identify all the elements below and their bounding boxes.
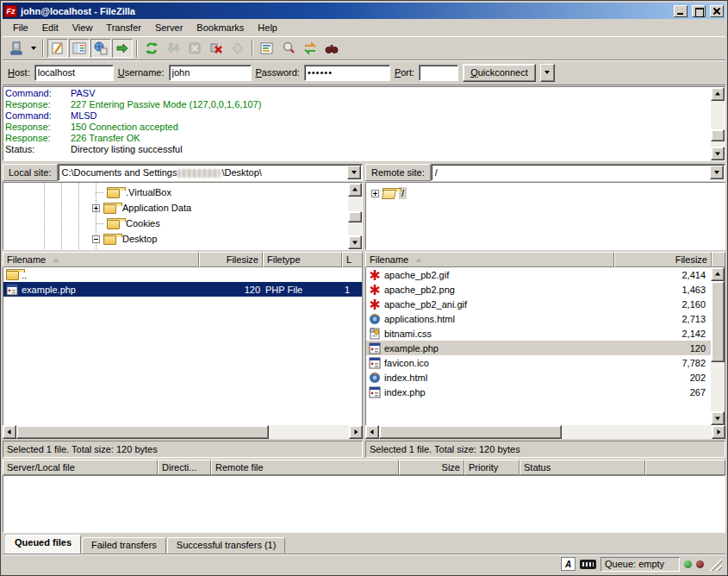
log-vertical-scrollbar[interactable] [711,87,725,160]
expand-plus-icon[interactable] [371,190,379,197]
file-row[interactable]: applications.html 2,713 [366,311,711,326]
sort-ascending-icon [415,254,422,262]
queue-list[interactable] [3,475,725,533]
scroll-up-button[interactable] [711,87,725,101]
local-path-combobox[interactable]: C:\Documents and Settings\Desktop\ [58,164,363,181]
column-last-modified[interactable]: L [342,252,363,267]
remote-horizontal-scrollbar[interactable] [365,425,725,439]
process-queue-button[interactable] [163,39,184,58]
file-row-example-php[interactable]: example.php 120 PHP File 1 [3,282,362,297]
disconnect-button[interactable] [206,39,227,58]
file-row[interactable]: apache_pb2_ani.gif 2,160 [366,297,711,311]
scroll-left-button[interactable] [3,425,16,439]
scroll-right-button[interactable] [349,425,363,439]
file-row[interactable]: apache_pb2.gif 2,414 [366,267,711,282]
column-status[interactable]: Status [520,460,645,475]
expand-plus-icon[interactable] [92,204,100,212]
tree-item-root[interactable]: / [366,185,725,201]
scrollbar-thumb[interactable] [16,425,269,439]
scrollbar-thumb[interactable] [379,425,562,439]
scroll-down-button[interactable] [711,147,725,160]
tab-successful-transfers[interactable]: Successful transfers (1) [167,537,286,554]
tab-queued-files[interactable]: Queued files [5,535,81,554]
host-label: Host: [8,67,30,78]
password-input[interactable] [304,65,390,81]
scroll-down-button[interactable] [711,411,725,425]
port-input[interactable] [419,65,458,81]
toggle-local-tree-button[interactable] [69,39,90,58]
title-bar[interactable]: Fz john@localhost - FileZilla [3,3,725,19]
host-input[interactable] [34,65,114,81]
reconnect-button[interactable] [227,39,248,58]
scrollbar-thumb[interactable] [711,129,725,141]
tree-item-application-data[interactable]: Application Data [3,200,348,216]
column-size[interactable]: Size [399,460,464,475]
scrollbar-thumb[interactable] [348,211,362,222]
file-row-selected[interactable]: example.php 120 [366,341,711,355]
directory-comparison-button[interactable] [278,39,299,58]
menu-file[interactable]: File [6,21,35,34]
combo-dropdown-button[interactable] [347,166,361,179]
toggle-transfer-queue-button[interactable] [112,39,133,58]
tab-failed-transfers[interactable]: Failed transfers [82,537,166,554]
column-server-local-file[interactable]: Server/Local file [3,460,158,475]
binoculars-icon [325,41,339,55]
file-row-parent-dir[interactable]: .. [3,267,362,282]
column-filesize[interactable]: Filesize [614,252,712,267]
ico-file-icon [368,356,382,369]
column-priority[interactable]: Priority [464,460,520,475]
column-filename[interactable]: Filename [365,252,614,267]
column-remote-file[interactable]: Remote file [211,460,399,475]
username-input[interactable] [169,65,252,81]
minimize-button[interactable] [674,5,688,17]
cancel-icon [188,41,202,55]
maximize-button[interactable] [692,5,706,17]
tree-item-desktop[interactable]: Desktop [3,231,348,247]
scrollbar-thumb[interactable] [711,281,725,362]
find-files-button[interactable] [321,39,342,58]
scroll-up-button[interactable] [348,183,362,197]
file-row[interactable]: index.html 202 [366,370,711,385]
file-row[interactable]: bitnami.css 2,142 [366,326,711,341]
column-filetype[interactable]: Filetype [263,252,342,267]
filter-button[interactable] [257,39,277,58]
scroll-right-button[interactable] [712,425,725,439]
quickconnect-dropdown[interactable] [540,64,555,82]
remote-path-combobox[interactable]: / [431,164,725,181]
scroll-down-button[interactable] [348,235,362,249]
close-button[interactable] [710,5,724,17]
file-row[interactable]: apache_pb2.png 1,463 [366,282,711,297]
php-file-icon [5,283,19,296]
resize-grip[interactable] [708,557,722,571]
menu-help[interactable]: Help [251,21,284,34]
file-row[interactable]: favicon.ico 7,782 [366,355,711,370]
site-manager-dropdown[interactable] [28,39,39,58]
file-row[interactable]: index.php 267 [366,385,711,399]
toggle-remote-tree-button[interactable] [90,39,111,58]
synchronized-browsing-button[interactable] [300,39,320,58]
window-title: john@localhost - FileZilla [21,6,669,16]
tree-item-cookies[interactable]: Cookies [3,216,348,231]
menu-edit[interactable]: Edit [35,21,65,34]
remote-vertical-scrollbar[interactable] [711,267,725,425]
tree-item-virtualbox[interactable]: .VirtualBox [3,185,348,200]
cancel-operation-button[interactable] [184,39,205,58]
scroll-left-button[interactable] [365,425,379,439]
site-manager-button[interactable] [6,39,27,58]
column-direction[interactable]: Directi... [158,460,211,475]
local-horizontal-scrollbar[interactable] [3,425,363,439]
toggle-message-log-button[interactable] [47,39,68,58]
refresh-button[interactable] [141,39,162,58]
column-filename[interactable]: Filename [3,252,199,267]
menu-bookmarks[interactable]: Bookmarks [190,21,251,34]
collapse-minus-icon[interactable] [92,235,100,243]
local-tree-vertical-scrollbar[interactable] [348,183,362,249]
menu-server[interactable]: Server [148,21,190,34]
scroll-up-button[interactable] [711,267,725,281]
menu-transfer[interactable]: Transfer [99,21,148,34]
quickconnect-button[interactable]: Quickconnect [463,64,536,82]
log-label: Command: [5,110,71,122]
menu-view[interactable]: View [65,21,100,34]
column-filesize[interactable]: Filesize [199,252,263,267]
combo-dropdown-button[interactable] [710,166,724,179]
